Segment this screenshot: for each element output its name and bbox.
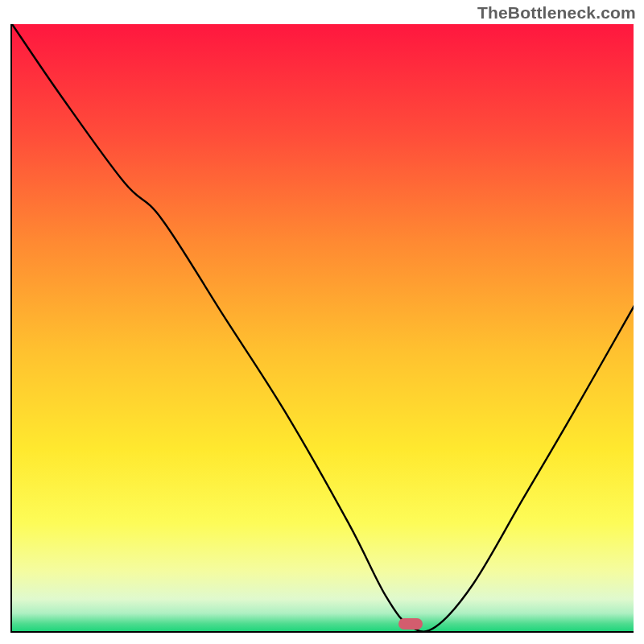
plot-area	[10, 24, 634, 633]
watermark-text: TheBottleneck.com	[477, 3, 636, 23]
chart-stage: TheBottleneck.com	[0, 0, 644, 644]
optimal-marker	[398, 618, 423, 630]
bottleneck-curve	[12, 24, 634, 633]
